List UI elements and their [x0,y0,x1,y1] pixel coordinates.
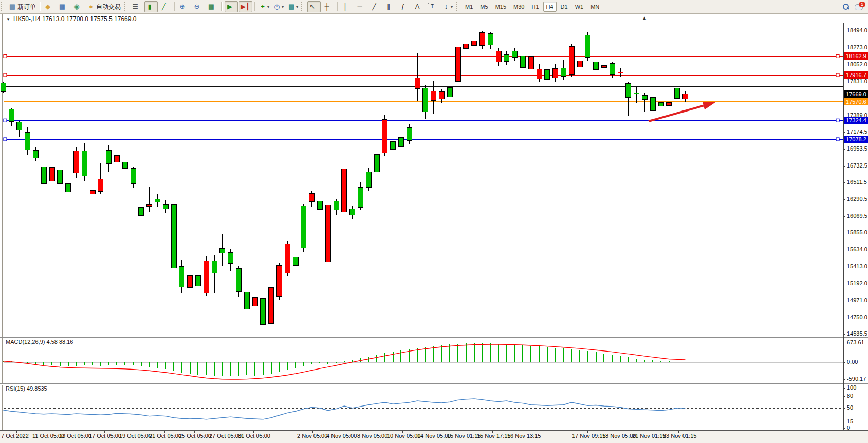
trendline-button[interactable]: ╱ [369,1,382,12]
dropdown-caret-icon[interactable]: ▾ [267,5,269,9]
timeframe-h4[interactable]: H4 [543,2,557,12]
text-label-button[interactable]: T [427,1,440,12]
search-icon[interactable] [842,3,849,10]
line-handle[interactable] [4,138,7,141]
toolbar-right: 1 [842,3,864,10]
candle-body [342,169,347,212]
sounds-button[interactable]: ◉ [71,1,85,12]
rsi-tick-label: 15 [847,418,853,424]
timeframe-h1[interactable]: H1 [528,2,542,12]
price-tick [843,318,845,318]
autotrading-button-label: 自动交易 [96,3,121,11]
timeframe-mn[interactable]: MN [587,2,602,12]
chevron-down-icon[interactable]: ▼ [6,17,10,22]
timeframe-m5[interactable]: M5 [477,2,491,12]
tile-windows-button[interactable]: ▦ [206,1,219,12]
trend-arrow-head[interactable] [703,102,715,109]
toolbar-grip[interactable] [1,2,6,11]
candle-body [569,46,574,74]
timeframe-m15[interactable]: M15 [492,2,509,12]
candle-body [601,65,606,67]
new-order-button[interactable]: ▤新订单 [7,1,38,12]
candle-body [658,102,663,106]
indicators-button[interactable]: +▾ [257,1,271,12]
rsi-panel [0,384,843,430]
line-handle[interactable] [836,119,839,122]
zoom-out-button[interactable]: ⊖ [192,1,205,12]
timeframe-w1[interactable]: W1 [572,2,587,12]
candle-body [73,151,79,173]
fibonacci-button[interactable]: ƒ [398,1,411,12]
timeframe-m1[interactable]: M1 [462,2,476,12]
candle-body [25,132,30,150]
horizontal-line-button[interactable]: ─ [355,1,368,12]
dropdown-caret-icon[interactable]: ▾ [282,5,284,9]
price-tick-label: 15192.0 [847,280,867,286]
periods-button[interactable]: ◷▾ [272,1,285,12]
timeframe-d1[interactable]: D1 [558,2,571,12]
channel-icon: ∥ [385,2,392,11]
price-tick [843,216,845,217]
chart-shift-button[interactable]: ▶┃ [239,1,252,12]
price-tag: 17669.0 [844,90,868,98]
vertical-line-button[interactable]: │ [340,1,354,12]
line-handle[interactable] [836,54,839,58]
equidistant-channel-button[interactable]: ∥ [383,1,397,12]
dropdown-caret-icon[interactable]: ▾ [296,5,298,9]
bar-chart-button[interactable]: ☰ [130,1,143,12]
time-axis[interactable]: 7 Oct 202211 Oct 05:0013 Oct 05:0017 Oct… [0,431,868,443]
candles-icon: ▮ [146,2,153,11]
price-chart [0,23,843,337]
price-tick [843,65,845,65]
candlestick-chart-button[interactable]: ▮ [144,1,158,12]
toolbar-grip[interactable] [456,2,460,11]
candle-body [496,51,501,62]
notifications-icon[interactable]: 1 [855,3,864,10]
line-handle[interactable] [4,73,7,77]
line-handle[interactable] [836,138,839,141]
candle-body [131,168,136,183]
toolbar-group-line-studies: ↖┼│─╱∥ƒAT↕▾ [300,0,455,13]
history-center-button[interactable]: ◆ [43,1,56,12]
indicators-icon: + [259,2,266,11]
cursor-button[interactable]: ↖ [307,1,321,12]
crosshair-button[interactable]: ┼ [322,1,335,12]
candle-body [114,155,119,162]
chart-shift-marker-icon[interactable]: ▲ [642,15,647,21]
toolbar-grip[interactable] [124,2,128,11]
line-chart-button[interactable]: ╱ [159,1,172,12]
new-order-button-label: 新订单 [17,3,36,11]
line-handle[interactable] [4,54,7,58]
date-label: 8 Nov 05:00 [357,433,387,439]
auto-scroll-button[interactable]: ▶ [225,1,238,12]
line-handle[interactable] [4,119,7,122]
chart-window-icon: ▦ [59,2,66,11]
main-toolbar: ▤新订单◆▦◉●自动交易☰▮╱⊕⊖▦▶▶┃+▾◷▾▤▾↖┼│─╱∥ƒAT↕▾M1… [0,0,868,14]
chart-window-button[interactable]: ▦ [57,1,70,12]
chart-title: ▼ HK50-,H4 17613.0 17700.0 17575.5 17669… [6,15,136,23]
templates-button[interactable]: ▤▾ [286,1,300,12]
toolbar-grip[interactable] [301,2,306,11]
trading-terminal: ▤新订单◆▦◉●自动交易☰▮╱⊕⊖▦▶▶┃+▾◷▾▤▾↖┼│─╱∥ƒAT↕▾M1… [0,0,868,443]
timeframe-m30[interactable]: M30 [510,2,527,12]
hline-icon: ─ [356,2,363,11]
rsi-line [3,399,685,419]
zoom-in-button[interactable]: ⊕ [177,1,191,12]
price-tick [843,48,845,48]
dropdown-caret-icon[interactable]: ▾ [451,5,453,9]
candle-body [17,122,22,130]
trend-arrow-line[interactable] [649,106,704,121]
candle-body [431,91,436,100]
macd-tick [843,379,845,380]
price-tick-label: 15855.0 [847,229,867,235]
date-label: 13 Oct 05:00 [59,433,91,439]
text-button[interactable]: A [412,1,426,12]
line-handle[interactable] [836,73,839,77]
candle-body [171,205,176,268]
price-tick-label: 17831.0 [847,78,867,84]
candle-body [334,201,339,210]
autotrading-button[interactable]: ●自动交易 [86,1,122,12]
line-icon: ╱ [160,2,168,11]
candle-body [520,56,525,68]
arrows-button[interactable]: ↕▾ [441,1,454,12]
